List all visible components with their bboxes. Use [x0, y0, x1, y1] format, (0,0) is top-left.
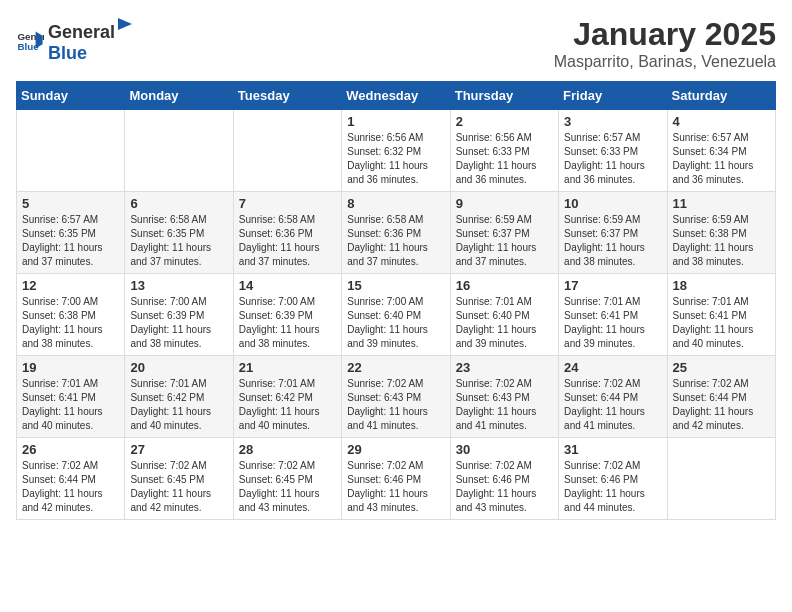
day-info: Sunrise: 7:01 AM Sunset: 6:42 PM Dayligh…: [239, 377, 336, 433]
day-info: Sunrise: 7:01 AM Sunset: 6:41 PM Dayligh…: [673, 295, 770, 351]
day-info: Sunrise: 6:58 AM Sunset: 6:35 PM Dayligh…: [130, 213, 227, 269]
calendar-cell: 27Sunrise: 7:02 AM Sunset: 6:45 PM Dayli…: [125, 438, 233, 520]
svg-text:Blue: Blue: [17, 41, 39, 52]
location-subtitle: Masparrito, Barinas, Venezuela: [554, 53, 776, 71]
calendar-cell: 15Sunrise: 7:00 AM Sunset: 6:40 PM Dayli…: [342, 274, 450, 356]
calendar-cell: 12Sunrise: 7:00 AM Sunset: 6:38 PM Dayli…: [17, 274, 125, 356]
day-number: 28: [239, 442, 336, 457]
day-number: 2: [456, 114, 553, 129]
calendar-cell: 6Sunrise: 6:58 AM Sunset: 6:35 PM Daylig…: [125, 192, 233, 274]
calendar-cell: 18Sunrise: 7:01 AM Sunset: 6:41 PM Dayli…: [667, 274, 775, 356]
day-number: 8: [347, 196, 444, 211]
calendar-cell: 5Sunrise: 6:57 AM Sunset: 6:35 PM Daylig…: [17, 192, 125, 274]
calendar-cell: 28Sunrise: 7:02 AM Sunset: 6:45 PM Dayli…: [233, 438, 341, 520]
calendar-cell: 2Sunrise: 6:56 AM Sunset: 6:33 PM Daylig…: [450, 110, 558, 192]
day-number: 12: [22, 278, 119, 293]
day-number: 22: [347, 360, 444, 375]
calendar-cell: [125, 110, 233, 192]
day-info: Sunrise: 7:02 AM Sunset: 6:45 PM Dayligh…: [130, 459, 227, 515]
day-info: Sunrise: 6:59 AM Sunset: 6:37 PM Dayligh…: [564, 213, 661, 269]
calendar-cell: 9Sunrise: 6:59 AM Sunset: 6:37 PM Daylig…: [450, 192, 558, 274]
day-info: Sunrise: 7:02 AM Sunset: 6:44 PM Dayligh…: [564, 377, 661, 433]
day-info: Sunrise: 7:02 AM Sunset: 6:43 PM Dayligh…: [456, 377, 553, 433]
calendar-cell: 22Sunrise: 7:02 AM Sunset: 6:43 PM Dayli…: [342, 356, 450, 438]
day-info: Sunrise: 7:01 AM Sunset: 6:41 PM Dayligh…: [22, 377, 119, 433]
day-info: Sunrise: 7:02 AM Sunset: 6:45 PM Dayligh…: [239, 459, 336, 515]
day-number: 31: [564, 442, 661, 457]
calendar-cell: 20Sunrise: 7:01 AM Sunset: 6:42 PM Dayli…: [125, 356, 233, 438]
day-info: Sunrise: 6:59 AM Sunset: 6:38 PM Dayligh…: [673, 213, 770, 269]
calendar-cell: 3Sunrise: 6:57 AM Sunset: 6:33 PM Daylig…: [559, 110, 667, 192]
calendar-cell: 14Sunrise: 7:00 AM Sunset: 6:39 PM Dayli…: [233, 274, 341, 356]
day-number: 4: [673, 114, 770, 129]
day-info: Sunrise: 6:57 AM Sunset: 6:34 PM Dayligh…: [673, 131, 770, 187]
calendar-cell: 19Sunrise: 7:01 AM Sunset: 6:41 PM Dayli…: [17, 356, 125, 438]
calendar-cell: 21Sunrise: 7:01 AM Sunset: 6:42 PM Dayli…: [233, 356, 341, 438]
svg-marker-2: [118, 18, 132, 30]
calendar-cell: [667, 438, 775, 520]
day-info: Sunrise: 7:01 AM Sunset: 6:41 PM Dayligh…: [564, 295, 661, 351]
calendar-cell: 26Sunrise: 7:02 AM Sunset: 6:44 PM Dayli…: [17, 438, 125, 520]
day-of-week-header: Thursday: [450, 82, 558, 110]
day-number: 11: [673, 196, 770, 211]
day-number: 26: [22, 442, 119, 457]
day-info: Sunrise: 7:00 AM Sunset: 6:39 PM Dayligh…: [239, 295, 336, 351]
day-info: Sunrise: 7:02 AM Sunset: 6:46 PM Dayligh…: [347, 459, 444, 515]
day-number: 1: [347, 114, 444, 129]
day-number: 10: [564, 196, 661, 211]
day-number: 30: [456, 442, 553, 457]
calendar-cell: 23Sunrise: 7:02 AM Sunset: 6:43 PM Dayli…: [450, 356, 558, 438]
page-header: General Blue General Blue January 2025 M…: [16, 16, 776, 71]
calendar-cell: 17Sunrise: 7:01 AM Sunset: 6:41 PM Dayli…: [559, 274, 667, 356]
day-number: 18: [673, 278, 770, 293]
day-number: 15: [347, 278, 444, 293]
day-info: Sunrise: 6:56 AM Sunset: 6:33 PM Dayligh…: [456, 131, 553, 187]
day-number: 29: [347, 442, 444, 457]
calendar-week-row: 19Sunrise: 7:01 AM Sunset: 6:41 PM Dayli…: [17, 356, 776, 438]
calendar-cell: 8Sunrise: 6:58 AM Sunset: 6:36 PM Daylig…: [342, 192, 450, 274]
day-of-week-header: Wednesday: [342, 82, 450, 110]
logo-general-text: General: [48, 22, 115, 43]
calendar-table: SundayMondayTuesdayWednesdayThursdayFrid…: [16, 81, 776, 520]
calendar-week-row: 26Sunrise: 7:02 AM Sunset: 6:44 PM Dayli…: [17, 438, 776, 520]
title-block: January 2025 Masparrito, Barinas, Venezu…: [554, 16, 776, 71]
day-of-week-header: Monday: [125, 82, 233, 110]
day-info: Sunrise: 6:57 AM Sunset: 6:35 PM Dayligh…: [22, 213, 119, 269]
day-info: Sunrise: 7:00 AM Sunset: 6:40 PM Dayligh…: [347, 295, 444, 351]
day-of-week-header: Saturday: [667, 82, 775, 110]
day-number: 5: [22, 196, 119, 211]
calendar-header-row: SundayMondayTuesdayWednesdayThursdayFrid…: [17, 82, 776, 110]
day-number: 19: [22, 360, 119, 375]
day-info: Sunrise: 7:01 AM Sunset: 6:40 PM Dayligh…: [456, 295, 553, 351]
calendar-cell: 24Sunrise: 7:02 AM Sunset: 6:44 PM Dayli…: [559, 356, 667, 438]
logo: General Blue General Blue: [16, 16, 135, 64]
day-info: Sunrise: 7:02 AM Sunset: 6:43 PM Dayligh…: [347, 377, 444, 433]
calendar-week-row: 12Sunrise: 7:00 AM Sunset: 6:38 PM Dayli…: [17, 274, 776, 356]
day-number: 6: [130, 196, 227, 211]
calendar-week-row: 1Sunrise: 6:56 AM Sunset: 6:32 PM Daylig…: [17, 110, 776, 192]
day-info: Sunrise: 7:02 AM Sunset: 6:46 PM Dayligh…: [564, 459, 661, 515]
day-number: 21: [239, 360, 336, 375]
day-info: Sunrise: 7:02 AM Sunset: 6:46 PM Dayligh…: [456, 459, 553, 515]
day-of-week-header: Sunday: [17, 82, 125, 110]
day-number: 24: [564, 360, 661, 375]
day-info: Sunrise: 6:56 AM Sunset: 6:32 PM Dayligh…: [347, 131, 444, 187]
day-of-week-header: Friday: [559, 82, 667, 110]
day-number: 25: [673, 360, 770, 375]
logo-blue-text: Blue: [48, 43, 87, 63]
day-info: Sunrise: 6:58 AM Sunset: 6:36 PM Dayligh…: [239, 213, 336, 269]
logo-icon: General Blue: [16, 26, 44, 54]
calendar-cell: 13Sunrise: 7:00 AM Sunset: 6:39 PM Dayli…: [125, 274, 233, 356]
day-info: Sunrise: 7:01 AM Sunset: 6:42 PM Dayligh…: [130, 377, 227, 433]
day-info: Sunrise: 6:59 AM Sunset: 6:37 PM Dayligh…: [456, 213, 553, 269]
day-info: Sunrise: 7:00 AM Sunset: 6:38 PM Dayligh…: [22, 295, 119, 351]
day-number: 23: [456, 360, 553, 375]
calendar-cell: 25Sunrise: 7:02 AM Sunset: 6:44 PM Dayli…: [667, 356, 775, 438]
day-number: 17: [564, 278, 661, 293]
calendar-cell: 29Sunrise: 7:02 AM Sunset: 6:46 PM Dayli…: [342, 438, 450, 520]
day-number: 14: [239, 278, 336, 293]
calendar-cell: 11Sunrise: 6:59 AM Sunset: 6:38 PM Dayli…: [667, 192, 775, 274]
calendar-cell: 16Sunrise: 7:01 AM Sunset: 6:40 PM Dayli…: [450, 274, 558, 356]
calendar-cell: 4Sunrise: 6:57 AM Sunset: 6:34 PM Daylig…: [667, 110, 775, 192]
calendar-cell: [17, 110, 125, 192]
